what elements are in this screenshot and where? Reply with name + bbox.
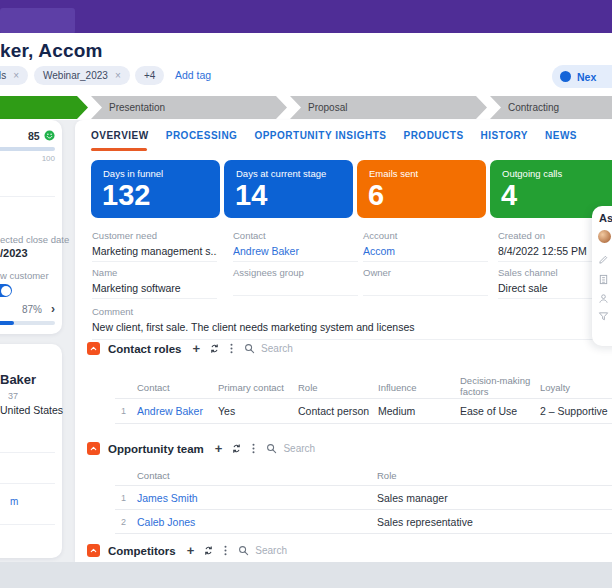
divider <box>0 483 55 484</box>
kebab-menu-icon[interactable] <box>230 343 233 354</box>
tab-history[interactable]: HISTORY <box>481 130 528 141</box>
col-header-role: Role <box>298 382 318 393</box>
field-customer-need[interactable]: Customer need Marketing management s...▾ <box>92 230 217 262</box>
opportunity-main-card: OVERVIEW PROCESSING OPPORTUNITY INSIGHTS… <box>75 120 612 562</box>
contact-link[interactable]: Andrew Baker <box>137 405 203 417</box>
field-name[interactable]: Name Marketing software <box>92 267 217 299</box>
collapse-chevron-icon[interactable] <box>87 442 100 455</box>
table-divider <box>115 509 612 510</box>
col-header-primary-contact: Primary contact <box>218 382 284 393</box>
add-icon[interactable]: + <box>193 342 201 355</box>
col-header-loyalty: Loyalty <box>540 382 570 393</box>
field-owner[interactable]: Owner <box>363 267 488 296</box>
tab-overview[interactable]: OVERVIEW <box>91 130 149 141</box>
contact-card-link[interactable]: m <box>10 496 18 507</box>
section-title: Contact roles <box>108 343 182 355</box>
col-header-contact: Contact <box>137 382 170 393</box>
refresh-icon[interactable] <box>231 443 242 454</box>
score-max-label: 100 <box>42 154 55 163</box>
top-bar-highlight <box>0 8 75 34</box>
toggle-knob <box>1 286 11 296</box>
sidebar-contact-card: Baker 37 United States m <box>0 344 62 558</box>
collapse-chevron-icon[interactable] <box>87 342 100 355</box>
kebab-menu-icon[interactable] <box>252 443 255 454</box>
crm-opportunity-page: ker, Accom ds × Webinar_2023 × +4 Add ta… <box>0 0 612 588</box>
probability-progress-bar <box>0 321 55 325</box>
contact-link[interactable]: Caleb Jones <box>137 516 195 528</box>
pencil-icon[interactable] <box>598 254 609 265</box>
add-icon[interactable]: + <box>215 442 223 455</box>
sidebar-score-card: 85 100 ected close date /2023 w customer… <box>0 120 62 334</box>
add-tag-button[interactable]: Add tag <box>175 69 211 81</box>
opportunity-team-header: Opportunity team + Search <box>87 442 315 455</box>
stage-presentation[interactable]: Presentation <box>91 96 287 119</box>
contact-card-name[interactable]: Baker <box>0 372 36 387</box>
tag-close-icon[interactable]: × <box>13 70 19 81</box>
competitors-header: Competitors + Search <box>87 544 287 557</box>
col-header-decision-factors: Decision-making factors <box>460 375 532 398</box>
col-header-contact: Contact <box>137 470 170 481</box>
contact-roles-header: Contact roles + Search <box>87 342 293 355</box>
search-input[interactable]: Search <box>283 443 315 454</box>
account-link[interactable]: Accom <box>363 245 488 262</box>
expected-close-date-value[interactable]: /2023 <box>0 247 28 259</box>
tab-products[interactable]: PRODUCTS <box>403 130 463 141</box>
kpi-days-in-funnel: Days in funnel 132 <box>91 160 220 218</box>
page-bottom-band <box>0 562 612 588</box>
col-header-influence: Influence <box>378 382 417 393</box>
pipeline-stage-bar: Presentation Proposal Contracting <box>0 96 612 120</box>
search-input[interactable]: Search <box>255 545 287 556</box>
next-step-button[interactable]: Nex <box>552 65 612 88</box>
app-top-bar <box>0 0 612 33</box>
kebab-menu-icon[interactable] <box>224 545 227 556</box>
expected-close-date-label: ected close date <box>0 234 69 245</box>
chevron-right-icon[interactable]: › <box>51 302 55 316</box>
score-value: 85 <box>28 130 40 142</box>
probability-percent: 87% <box>22 304 42 315</box>
search-icon[interactable] <box>244 343 255 354</box>
search-input[interactable]: Search <box>261 343 293 354</box>
section-title: Competitors <box>108 545 176 557</box>
tag-clipped[interactable]: ds × <box>0 66 28 85</box>
new-customer-toggle[interactable] <box>0 284 12 297</box>
person-icon[interactable] <box>598 293 609 304</box>
tag-webinar[interactable]: Webinar_2023 × <box>34 66 130 85</box>
tab-news[interactable]: NEWS <box>545 130 577 141</box>
tab-processing[interactable]: PROCESSING <box>166 130 238 141</box>
contact-card-country: United States <box>0 404 63 416</box>
field-contact[interactable]: Contact Andrew Baker <box>233 230 358 262</box>
page-head: ker, Accom ds × Webinar_2023 × +4 Add ta… <box>0 33 612 96</box>
tab-bar: OVERVIEW PROCESSING OPPORTUNITY INSIGHTS… <box>91 130 577 141</box>
contact-link[interactable]: Andrew Baker <box>233 245 358 262</box>
tab-opportunity-insights[interactable]: OPPORTUNITY INSIGHTS <box>254 130 386 141</box>
collapse-chevron-icon[interactable] <box>87 544 100 557</box>
next-step-icon <box>560 71 571 82</box>
refresh-icon[interactable] <box>209 343 220 354</box>
assignee-avatar[interactable] <box>598 230 611 243</box>
score-progress-bar <box>0 147 55 151</box>
funnel-icon[interactable] <box>598 311 609 322</box>
add-icon[interactable]: + <box>187 544 195 557</box>
field-account[interactable]: Account Accom <box>363 230 488 262</box>
stage-contracting[interactable]: Contracting <box>490 96 612 119</box>
contact-card-number: 37 <box>8 391 18 401</box>
section-title: Opportunity team <box>108 443 204 455</box>
kpi-days-at-current-stage: Days at current stage 14 <box>224 160 353 218</box>
stage-current[interactable] <box>0 96 88 119</box>
new-customer-label: w customer <box>0 270 49 281</box>
field-assignees-group[interactable]: Assignees group <box>233 267 358 296</box>
smiley-icon <box>44 130 55 141</box>
contact-link[interactable]: James Smith <box>137 492 198 504</box>
divider <box>0 524 55 525</box>
assignee-side-panel: As <box>592 206 612 346</box>
field-comment[interactable]: Comment New client, first sale. The clie… <box>92 306 597 340</box>
search-icon[interactable] <box>266 443 277 454</box>
table-divider <box>115 398 612 399</box>
refresh-icon[interactable] <box>203 545 214 556</box>
building-icon[interactable] <box>598 274 609 285</box>
tag-more-count[interactable]: +4 <box>135 66 164 85</box>
table-divider <box>115 533 612 534</box>
search-icon[interactable] <box>238 545 249 556</box>
tag-close-icon[interactable]: × <box>115 70 121 81</box>
stage-proposal[interactable]: Proposal <box>290 96 487 119</box>
